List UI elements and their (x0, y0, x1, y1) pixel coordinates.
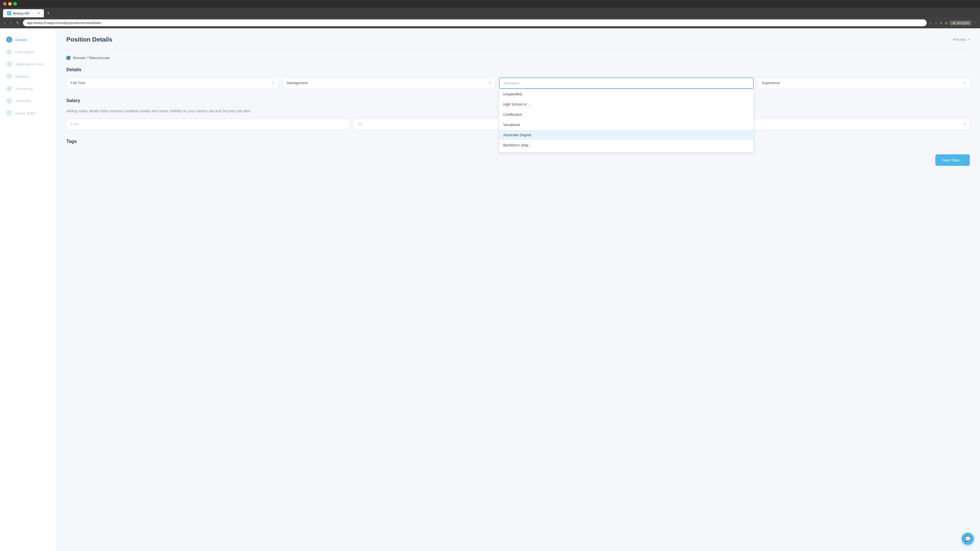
sidebar-label-pipeline: Pipeline (15, 74, 29, 79)
step-circle-pipeline: 4 (6, 73, 12, 79)
education-dropdown: Unspecified High School or ... Certifica… (499, 89, 754, 152)
chat-bubble-icon: 💬 (965, 536, 971, 542)
sidebar-label-details: Details (15, 38, 27, 42)
menu-icon[interactable]: ⋮ (974, 21, 977, 25)
education-input[interactable] (499, 78, 754, 89)
new-tab-button[interactable]: + (45, 10, 52, 17)
url-input[interactable] (23, 19, 927, 26)
education-wrapper: Unspecified High School or ... Certifica… (499, 78, 754, 89)
layout-icon[interactable]: ⊞ (945, 21, 948, 25)
tab-favicon: B (7, 11, 11, 15)
bookmark-icon[interactable]: ☆ (929, 21, 932, 25)
preview-label: Preview (953, 38, 966, 41)
extensions-icon[interactable]: ⬡ (935, 21, 938, 25)
department-select[interactable]: Management ▾ (283, 78, 495, 88)
salary-from-input[interactable] (66, 119, 349, 130)
active-tab[interactable]: B Breezy HR × (3, 9, 44, 17)
tab-title: Breezy HR (13, 11, 29, 15)
currency-chevron: ▾ (964, 122, 966, 126)
tab-close-button[interactable]: × (38, 11, 40, 15)
sidebar-item-screening[interactable]: 5 Screening (0, 83, 56, 95)
page-title: Position Details (66, 36, 112, 43)
education-option-certification[interactable]: Certification (499, 110, 753, 120)
sidebar-item-pipeline[interactable]: 4 Pipeline (0, 70, 56, 83)
sidebar-item-application-form[interactable]: 3 Application Form (0, 58, 56, 70)
department-chevron: ▾ (489, 81, 490, 85)
department-value: Management (287, 81, 308, 85)
app-layout: 1 Details 2 Description 3 Application Fo… (0, 28, 980, 551)
incognito-icon: 🕵 (952, 21, 956, 25)
sidebar-label-advertise: Advertise (15, 99, 32, 103)
tab-bar: B Breezy HR × + (0, 8, 980, 17)
next-step-button[interactable]: Next Step › (935, 154, 970, 166)
refresh-button[interactable]: ↻ (15, 19, 21, 26)
sidebar-label-description: Description (15, 50, 35, 54)
chat-bubble-button[interactable]: 💬 (962, 533, 974, 545)
sidebar-label-application-form: Application Form (15, 62, 44, 66)
forward-button[interactable]: › (9, 20, 12, 26)
step-circle-screening: 5 (6, 86, 12, 92)
address-bar: ‹ › ↻ ☆ ⬡ ⬇ ⊞ 🕵 Incognito ⋮ (0, 17, 980, 28)
sidebar: 1 Details 2 Description 3 Application Fo… (0, 28, 56, 551)
close-button[interactable] (3, 2, 6, 6)
education-option-vocational[interactable]: Vocational (499, 120, 753, 130)
main-content: Position Details Preview ↗ Remote / Tele… (56, 28, 980, 551)
sidebar-label-hiring-team: Hiring Team (15, 111, 36, 115)
step-circle-details: 1 (6, 37, 12, 43)
window-controls (3, 2, 17, 6)
details-section-title: Details (66, 67, 970, 73)
address-actions: ☆ ⬡ ⬇ ⊞ 🕵 Incognito ⋮ (929, 21, 977, 25)
maximize-button[interactable] (13, 2, 17, 6)
next-step-arrow-icon: › (961, 158, 963, 162)
experience-wrapper: Experience ▾ (758, 78, 970, 88)
back-button[interactable]: ‹ (3, 20, 6, 26)
remote-checkbox-row: Remote / Telecommute (66, 56, 970, 60)
sidebar-item-hiring-team[interactable]: 7 Hiring Team (0, 107, 56, 119)
education-option-masters-degree[interactable]: Master's Degree (499, 150, 753, 152)
remote-checkbox-input[interactable] (66, 56, 70, 60)
employment-type-value: Full-Time (71, 81, 86, 85)
experience-chevron: ▾ (964, 81, 966, 85)
browser-titlebar (0, 0, 980, 8)
experience-placeholder: Experience (762, 81, 780, 85)
download-icon[interactable]: ⬇ (940, 21, 943, 25)
sidebar-item-description[interactable]: 2 Description (0, 46, 56, 58)
step-circle-application-form: 3 (6, 61, 12, 67)
employment-type-chevron: ▾ (272, 81, 274, 85)
education-option-unspecified[interactable]: Unspecified (499, 89, 753, 99)
preview-link[interactable]: Preview ↗ (953, 38, 970, 41)
page-header: Position Details Preview ↗ (66, 36, 970, 43)
department-wrapper: Management ▾ (283, 78, 495, 88)
incognito-label: Incognito (957, 21, 969, 25)
step-circle-advertise: 6 (6, 98, 12, 104)
experience-select[interactable]: Experience ▾ (758, 78, 970, 88)
next-step-label: Next Step (942, 158, 959, 162)
employment-type-wrapper: Full-Time ▾ (66, 78, 278, 88)
sidebar-item-details[interactable]: 1 Details (0, 33, 56, 46)
details-row: Full-Time ▾ Management ▾ Unspecified Hig… (66, 78, 970, 89)
step-circle-hiring-team: 7 (6, 110, 12, 116)
education-option-high-school[interactable]: High School or ... (499, 99, 753, 110)
sidebar-label-screening: Screening (15, 86, 33, 91)
remote-checkbox-label: Remote / Telecommute (73, 56, 110, 60)
employment-type-select[interactable]: Full-Time ▾ (66, 78, 278, 88)
minimize-button[interactable] (8, 2, 12, 6)
top-divider (66, 50, 970, 51)
education-option-bachelors-degree[interactable]: Bachelor's Degr... (499, 140, 753, 150)
incognito-badge: 🕵 Incognito (950, 21, 971, 25)
education-option-associate-degree[interactable]: Associate Degree (499, 130, 753, 140)
sidebar-item-advertise[interactable]: 6 Advertise (0, 95, 56, 107)
external-link-icon: ↗ (967, 38, 970, 41)
step-circle-description: 2 (6, 49, 12, 55)
